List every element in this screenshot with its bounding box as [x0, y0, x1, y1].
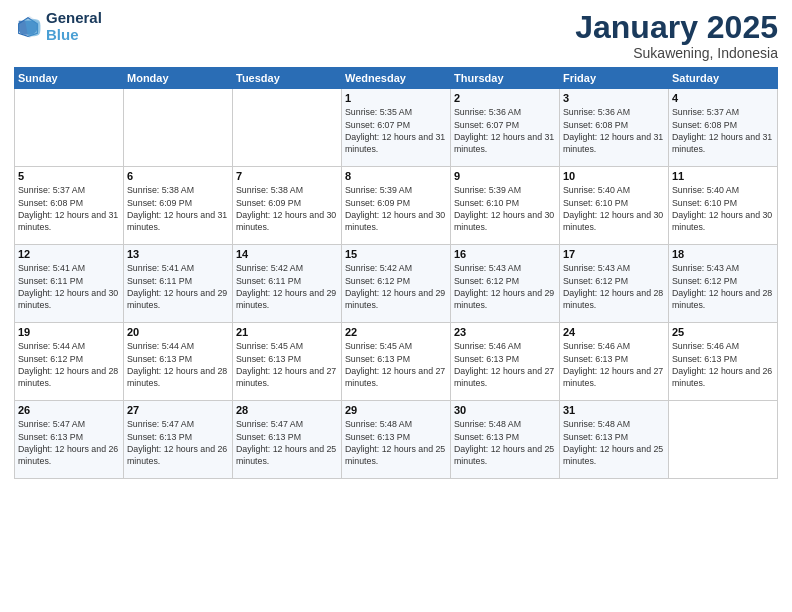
day-number: 9	[454, 170, 556, 182]
table-row: 10Sunrise: 5:40 AMSunset: 6:10 PMDayligh…	[560, 167, 669, 245]
day-info: Sunrise: 5:38 AMSunset: 6:09 PMDaylight:…	[236, 184, 338, 233]
day-number: 27	[127, 404, 229, 416]
table-row: 25Sunrise: 5:46 AMSunset: 6:13 PMDayligh…	[669, 323, 778, 401]
day-info: Sunrise: 5:37 AMSunset: 6:08 PMDaylight:…	[18, 184, 120, 233]
calendar-week-row: 12Sunrise: 5:41 AMSunset: 6:11 PMDayligh…	[15, 245, 778, 323]
day-info: Sunrise: 5:42 AMSunset: 6:12 PMDaylight:…	[345, 262, 447, 311]
day-number: 8	[345, 170, 447, 182]
day-number: 20	[127, 326, 229, 338]
day-number: 13	[127, 248, 229, 260]
day-info: Sunrise: 5:38 AMSunset: 6:09 PMDaylight:…	[127, 184, 229, 233]
day-info: Sunrise: 5:45 AMSunset: 6:13 PMDaylight:…	[236, 340, 338, 389]
table-row: 3Sunrise: 5:36 AMSunset: 6:08 PMDaylight…	[560, 89, 669, 167]
header-tuesday: Tuesday	[233, 68, 342, 89]
day-number: 30	[454, 404, 556, 416]
table-row: 20Sunrise: 5:44 AMSunset: 6:13 PMDayligh…	[124, 323, 233, 401]
day-number: 11	[672, 170, 774, 182]
day-number: 6	[127, 170, 229, 182]
table-row: 13Sunrise: 5:41 AMSunset: 6:11 PMDayligh…	[124, 245, 233, 323]
calendar-table: Sunday Monday Tuesday Wednesday Thursday…	[14, 67, 778, 479]
table-row: 15Sunrise: 5:42 AMSunset: 6:12 PMDayligh…	[342, 245, 451, 323]
day-info: Sunrise: 5:37 AMSunset: 6:08 PMDaylight:…	[672, 106, 774, 155]
table-row: 19Sunrise: 5:44 AMSunset: 6:12 PMDayligh…	[15, 323, 124, 401]
table-row: 5Sunrise: 5:37 AMSunset: 6:08 PMDaylight…	[15, 167, 124, 245]
day-info: Sunrise: 5:44 AMSunset: 6:13 PMDaylight:…	[127, 340, 229, 389]
header-wednesday: Wednesday	[342, 68, 451, 89]
table-row: 7Sunrise: 5:38 AMSunset: 6:09 PMDaylight…	[233, 167, 342, 245]
table-row: 21Sunrise: 5:45 AMSunset: 6:13 PMDayligh…	[233, 323, 342, 401]
day-info: Sunrise: 5:36 AMSunset: 6:08 PMDaylight:…	[563, 106, 665, 155]
header-monday: Monday	[124, 68, 233, 89]
table-row: 29Sunrise: 5:48 AMSunset: 6:13 PMDayligh…	[342, 401, 451, 479]
day-number: 15	[345, 248, 447, 260]
day-info: Sunrise: 5:43 AMSunset: 6:12 PMDaylight:…	[563, 262, 665, 311]
header-friday: Friday	[560, 68, 669, 89]
table-row	[669, 401, 778, 479]
day-number: 31	[563, 404, 665, 416]
logo: General Blue	[14, 10, 102, 43]
table-row: 8Sunrise: 5:39 AMSunset: 6:09 PMDaylight…	[342, 167, 451, 245]
calendar-week-row: 26Sunrise: 5:47 AMSunset: 6:13 PMDayligh…	[15, 401, 778, 479]
table-row: 1Sunrise: 5:35 AMSunset: 6:07 PMDaylight…	[342, 89, 451, 167]
location-subtitle: Sukawening, Indonesia	[575, 45, 778, 61]
day-number: 29	[345, 404, 447, 416]
day-info: Sunrise: 5:47 AMSunset: 6:13 PMDaylight:…	[18, 418, 120, 467]
table-row: 24Sunrise: 5:46 AMSunset: 6:13 PMDayligh…	[560, 323, 669, 401]
calendar-week-row: 19Sunrise: 5:44 AMSunset: 6:12 PMDayligh…	[15, 323, 778, 401]
calendar-week-row: 1Sunrise: 5:35 AMSunset: 6:07 PMDaylight…	[15, 89, 778, 167]
day-info: Sunrise: 5:47 AMSunset: 6:13 PMDaylight:…	[127, 418, 229, 467]
table-row	[124, 89, 233, 167]
day-info: Sunrise: 5:40 AMSunset: 6:10 PMDaylight:…	[672, 184, 774, 233]
day-info: Sunrise: 5:46 AMSunset: 6:13 PMDaylight:…	[672, 340, 774, 389]
weekday-header-row: Sunday Monday Tuesday Wednesday Thursday…	[15, 68, 778, 89]
day-info: Sunrise: 5:46 AMSunset: 6:13 PMDaylight:…	[454, 340, 556, 389]
day-number: 21	[236, 326, 338, 338]
day-info: Sunrise: 5:42 AMSunset: 6:11 PMDaylight:…	[236, 262, 338, 311]
day-info: Sunrise: 5:40 AMSunset: 6:10 PMDaylight:…	[563, 184, 665, 233]
table-row: 16Sunrise: 5:43 AMSunset: 6:12 PMDayligh…	[451, 245, 560, 323]
calendar-week-row: 5Sunrise: 5:37 AMSunset: 6:08 PMDaylight…	[15, 167, 778, 245]
day-number: 3	[563, 92, 665, 104]
table-row: 28Sunrise: 5:47 AMSunset: 6:13 PMDayligh…	[233, 401, 342, 479]
table-row: 11Sunrise: 5:40 AMSunset: 6:10 PMDayligh…	[669, 167, 778, 245]
day-info: Sunrise: 5:36 AMSunset: 6:07 PMDaylight:…	[454, 106, 556, 155]
table-row: 6Sunrise: 5:38 AMSunset: 6:09 PMDaylight…	[124, 167, 233, 245]
header: General Blue January 2025 Sukawening, In…	[14, 10, 778, 61]
day-info: Sunrise: 5:48 AMSunset: 6:13 PMDaylight:…	[563, 418, 665, 467]
day-info: Sunrise: 5:39 AMSunset: 6:10 PMDaylight:…	[454, 184, 556, 233]
day-number: 10	[563, 170, 665, 182]
day-number: 17	[563, 248, 665, 260]
header-saturday: Saturday	[669, 68, 778, 89]
day-info: Sunrise: 5:48 AMSunset: 6:13 PMDaylight:…	[345, 418, 447, 467]
day-info: Sunrise: 5:46 AMSunset: 6:13 PMDaylight:…	[563, 340, 665, 389]
day-number: 26	[18, 404, 120, 416]
day-number: 16	[454, 248, 556, 260]
day-number: 18	[672, 248, 774, 260]
day-number: 24	[563, 326, 665, 338]
day-info: Sunrise: 5:45 AMSunset: 6:13 PMDaylight:…	[345, 340, 447, 389]
day-number: 22	[345, 326, 447, 338]
day-number: 28	[236, 404, 338, 416]
month-title: January 2025	[575, 10, 778, 45]
day-info: Sunrise: 5:41 AMSunset: 6:11 PMDaylight:…	[18, 262, 120, 311]
table-row: 23Sunrise: 5:46 AMSunset: 6:13 PMDayligh…	[451, 323, 560, 401]
day-info: Sunrise: 5:44 AMSunset: 6:12 PMDaylight:…	[18, 340, 120, 389]
day-number: 23	[454, 326, 556, 338]
day-info: Sunrise: 5:39 AMSunset: 6:09 PMDaylight:…	[345, 184, 447, 233]
day-info: Sunrise: 5:41 AMSunset: 6:11 PMDaylight:…	[127, 262, 229, 311]
table-row: 31Sunrise: 5:48 AMSunset: 6:13 PMDayligh…	[560, 401, 669, 479]
table-row: 9Sunrise: 5:39 AMSunset: 6:10 PMDaylight…	[451, 167, 560, 245]
day-number: 7	[236, 170, 338, 182]
page: General Blue January 2025 Sukawening, In…	[0, 0, 792, 612]
header-sunday: Sunday	[15, 68, 124, 89]
day-info: Sunrise: 5:43 AMSunset: 6:12 PMDaylight:…	[672, 262, 774, 311]
day-number: 12	[18, 248, 120, 260]
table-row: 27Sunrise: 5:47 AMSunset: 6:13 PMDayligh…	[124, 401, 233, 479]
day-number: 14	[236, 248, 338, 260]
day-number: 1	[345, 92, 447, 104]
day-number: 19	[18, 326, 120, 338]
table-row: 14Sunrise: 5:42 AMSunset: 6:11 PMDayligh…	[233, 245, 342, 323]
day-info: Sunrise: 5:47 AMSunset: 6:13 PMDaylight:…	[236, 418, 338, 467]
table-row: 12Sunrise: 5:41 AMSunset: 6:11 PMDayligh…	[15, 245, 124, 323]
logo-icon	[14, 13, 42, 41]
